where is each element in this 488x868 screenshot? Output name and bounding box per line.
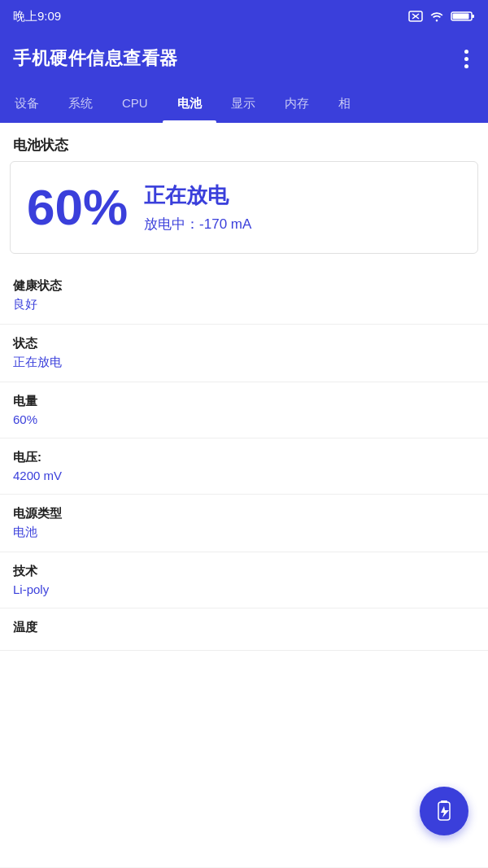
info-label-status: 状态 [13,336,475,351]
app-bar: 手机硬件信息查看器 [0,33,488,85]
info-value-power-source: 电池 [13,525,475,540]
info-label-voltage: 电压: [13,450,475,465]
tab-display[interactable]: 显示 [216,85,270,123]
tab-system[interactable]: 系统 [54,85,107,123]
svg-rect-7 [441,800,447,803]
info-row-power-source: 电源类型 电池 [0,495,488,552]
tab-cpu[interactable]: CPU [107,85,163,123]
menu-button[interactable] [458,46,475,72]
dot2 [464,57,468,61]
info-value-voltage: 4200 mV [13,469,475,482]
info-row-temperature: 温度 [0,608,488,651]
battery-status-main: 正在放电 [144,181,251,210]
dot3 [464,64,468,68]
info-label-level: 电量 [13,394,475,409]
app-title: 手机硬件信息查看器 [13,46,178,71]
tab-battery[interactable]: 电池 [163,85,216,123]
info-row-level: 电量 60% [0,382,488,438]
info-row-status: 状态 正在放电 [0,325,488,382]
tab-memory[interactable]: 内存 [270,85,324,123]
info-value-health: 良好 [13,297,475,312]
dot1 [464,50,468,54]
info-value-status: 正在放电 [13,355,475,370]
info-label-health: 健康状态 [13,278,475,294]
info-value-technology: Li-poly [13,582,475,596]
svg-rect-4 [472,15,474,18]
fab-battery-icon [432,799,456,823]
battery-card: 60% 正在放电 放电中：-170 mA [10,161,478,254]
status-bar: 晚上9:09 [0,0,488,33]
svg-rect-5 [453,14,469,20]
status-time: 晚上9:09 [13,9,61,24]
info-label-power-source: 电源类型 [13,506,475,521]
info-row-technology: 技术 Li-poly [0,552,488,608]
info-row-health: 健康状态 良好 [0,267,488,325]
wifi-icon [429,11,444,22]
status-icons [408,11,475,22]
tab-bar: 设备 系统 CPU 电池 显示 内存 相 [0,85,488,123]
fab-battery[interactable] [420,787,468,835]
battery-status-text: 正在放电 放电中：-170 mA [144,181,251,233]
info-row-voltage: 电压: 4200 mV [0,438,488,495]
battery-percent-display: 60% [27,182,128,233]
tab-camera[interactable]: 相 [324,85,365,123]
info-value-level: 60% [13,412,475,426]
info-label-technology: 技术 [13,564,475,579]
content-area: 电池状态 60% 正在放电 放电中：-170 mA 健康状态 良好 状态 正在放… [0,123,488,867]
info-label-temperature: 温度 [13,620,475,635]
battery-section-title: 电池状态 [0,123,488,161]
battery-status-sub: 放电中：-170 mA [144,215,251,233]
battery-status-icon [451,11,475,22]
signal-icon [408,11,423,22]
tab-device[interactable]: 设备 [0,85,54,123]
